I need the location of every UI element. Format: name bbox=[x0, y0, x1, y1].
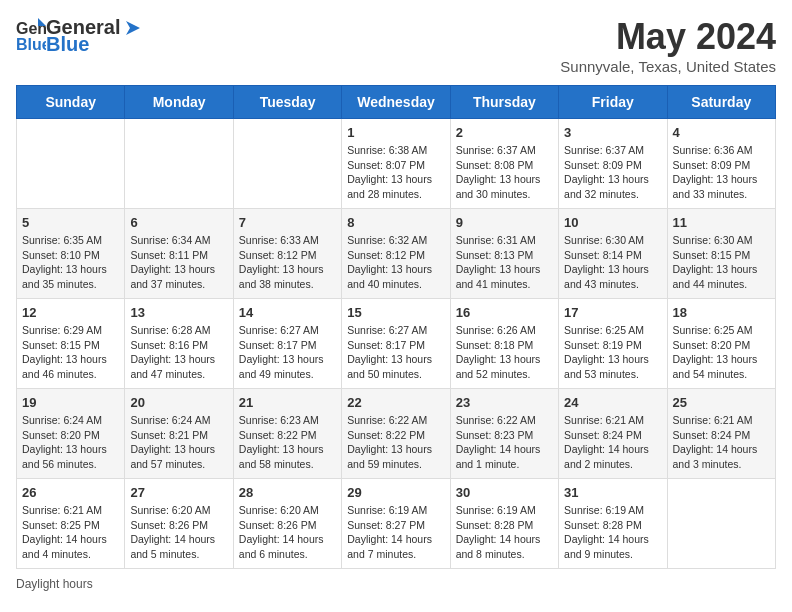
day-number: 10 bbox=[564, 215, 661, 230]
day-cell-0-0 bbox=[17, 119, 125, 209]
day-cell-4-1: 27Sunrise: 6:20 AM Sunset: 8:26 PM Dayli… bbox=[125, 479, 233, 569]
day-cell-1-3: 8Sunrise: 6:32 AM Sunset: 8:12 PM Daylig… bbox=[342, 209, 450, 299]
day-number: 11 bbox=[673, 215, 770, 230]
day-number: 18 bbox=[673, 305, 770, 320]
main-title: May 2024 bbox=[560, 16, 776, 58]
day-number: 30 bbox=[456, 485, 553, 500]
day-cell-1-1: 6Sunrise: 6:34 AM Sunset: 8:11 PM Daylig… bbox=[125, 209, 233, 299]
day-number: 1 bbox=[347, 125, 444, 140]
svg-text:Blue: Blue bbox=[16, 36, 46, 53]
day-cell-3-3: 22Sunrise: 6:22 AM Sunset: 8:22 PM Dayli… bbox=[342, 389, 450, 479]
day-number: 27 bbox=[130, 485, 227, 500]
day-info: Sunrise: 6:28 AM Sunset: 8:16 PM Dayligh… bbox=[130, 323, 227, 382]
day-cell-1-2: 7Sunrise: 6:33 AM Sunset: 8:12 PM Daylig… bbox=[233, 209, 341, 299]
col-tuesday: Tuesday bbox=[233, 86, 341, 119]
day-cell-3-1: 20Sunrise: 6:24 AM Sunset: 8:21 PM Dayli… bbox=[125, 389, 233, 479]
day-number: 29 bbox=[347, 485, 444, 500]
day-info: Sunrise: 6:25 AM Sunset: 8:19 PM Dayligh… bbox=[564, 323, 661, 382]
day-number: 17 bbox=[564, 305, 661, 320]
day-info: Sunrise: 6:34 AM Sunset: 8:11 PM Dayligh… bbox=[130, 233, 227, 292]
week-row-4: 26Sunrise: 6:21 AM Sunset: 8:25 PM Dayli… bbox=[17, 479, 776, 569]
subtitle: Sunnyvale, Texas, United States bbox=[560, 58, 776, 75]
day-number: 4 bbox=[673, 125, 770, 140]
day-number: 26 bbox=[22, 485, 119, 500]
day-cell-4-0: 26Sunrise: 6:21 AM Sunset: 8:25 PM Dayli… bbox=[17, 479, 125, 569]
day-number: 2 bbox=[456, 125, 553, 140]
day-cell-3-5: 24Sunrise: 6:21 AM Sunset: 8:24 PM Dayli… bbox=[559, 389, 667, 479]
day-cell-2-1: 13Sunrise: 6:28 AM Sunset: 8:16 PM Dayli… bbox=[125, 299, 233, 389]
day-info: Sunrise: 6:37 AM Sunset: 8:09 PM Dayligh… bbox=[564, 143, 661, 202]
day-info: Sunrise: 6:19 AM Sunset: 8:28 PM Dayligh… bbox=[564, 503, 661, 562]
day-number: 12 bbox=[22, 305, 119, 320]
day-cell-3-4: 23Sunrise: 6:22 AM Sunset: 8:23 PM Dayli… bbox=[450, 389, 558, 479]
col-sunday: Sunday bbox=[17, 86, 125, 119]
day-cell-0-2 bbox=[233, 119, 341, 209]
day-number: 8 bbox=[347, 215, 444, 230]
day-cell-3-0: 19Sunrise: 6:24 AM Sunset: 8:20 PM Dayli… bbox=[17, 389, 125, 479]
logo-stacked: General Blue bbox=[46, 16, 144, 56]
day-number: 19 bbox=[22, 395, 119, 410]
day-info: Sunrise: 6:23 AM Sunset: 8:22 PM Dayligh… bbox=[239, 413, 336, 472]
day-info: Sunrise: 6:29 AM Sunset: 8:15 PM Dayligh… bbox=[22, 323, 119, 382]
day-info: Sunrise: 6:25 AM Sunset: 8:20 PM Dayligh… bbox=[673, 323, 770, 382]
day-cell-4-4: 30Sunrise: 6:19 AM Sunset: 8:28 PM Dayli… bbox=[450, 479, 558, 569]
day-info: Sunrise: 6:24 AM Sunset: 8:21 PM Dayligh… bbox=[130, 413, 227, 472]
day-cell-4-6 bbox=[667, 479, 775, 569]
day-info: Sunrise: 6:21 AM Sunset: 8:25 PM Dayligh… bbox=[22, 503, 119, 562]
day-cell-1-6: 11Sunrise: 6:30 AM Sunset: 8:15 PM Dayli… bbox=[667, 209, 775, 299]
day-info: Sunrise: 6:35 AM Sunset: 8:10 PM Dayligh… bbox=[22, 233, 119, 292]
logo: General Blue bbox=[16, 16, 46, 60]
day-number: 13 bbox=[130, 305, 227, 320]
day-info: Sunrise: 6:27 AM Sunset: 8:17 PM Dayligh… bbox=[239, 323, 336, 382]
day-number: 24 bbox=[564, 395, 661, 410]
day-number: 21 bbox=[239, 395, 336, 410]
day-cell-1-4: 9Sunrise: 6:31 AM Sunset: 8:13 PM Daylig… bbox=[450, 209, 558, 299]
day-cell-2-6: 18Sunrise: 6:25 AM Sunset: 8:20 PM Dayli… bbox=[667, 299, 775, 389]
day-info: Sunrise: 6:32 AM Sunset: 8:12 PM Dayligh… bbox=[347, 233, 444, 292]
page-container: General Blue General Blue May 2024 Sunny… bbox=[16, 16, 776, 591]
col-thursday: Thursday bbox=[450, 86, 558, 119]
day-info: Sunrise: 6:30 AM Sunset: 8:15 PM Dayligh… bbox=[673, 233, 770, 292]
day-number: 3 bbox=[564, 125, 661, 140]
daylight-label: Daylight hours bbox=[16, 577, 93, 591]
day-info: Sunrise: 6:31 AM Sunset: 8:13 PM Dayligh… bbox=[456, 233, 553, 292]
day-cell-4-2: 28Sunrise: 6:20 AM Sunset: 8:26 PM Dayli… bbox=[233, 479, 341, 569]
col-monday: Monday bbox=[125, 86, 233, 119]
day-number: 28 bbox=[239, 485, 336, 500]
day-cell-4-3: 29Sunrise: 6:19 AM Sunset: 8:27 PM Dayli… bbox=[342, 479, 450, 569]
day-number: 9 bbox=[456, 215, 553, 230]
day-info: Sunrise: 6:26 AM Sunset: 8:18 PM Dayligh… bbox=[456, 323, 553, 382]
day-info: Sunrise: 6:21 AM Sunset: 8:24 PM Dayligh… bbox=[564, 413, 661, 472]
day-number: 5 bbox=[22, 215, 119, 230]
day-number: 15 bbox=[347, 305, 444, 320]
day-info: Sunrise: 6:19 AM Sunset: 8:27 PM Dayligh… bbox=[347, 503, 444, 562]
day-cell-3-2: 21Sunrise: 6:23 AM Sunset: 8:22 PM Dayli… bbox=[233, 389, 341, 479]
week-row-3: 19Sunrise: 6:24 AM Sunset: 8:20 PM Dayli… bbox=[17, 389, 776, 479]
day-cell-2-4: 16Sunrise: 6:26 AM Sunset: 8:18 PM Dayli… bbox=[450, 299, 558, 389]
day-number: 31 bbox=[564, 485, 661, 500]
day-cell-1-0: 5Sunrise: 6:35 AM Sunset: 8:10 PM Daylig… bbox=[17, 209, 125, 299]
day-info: Sunrise: 6:20 AM Sunset: 8:26 PM Dayligh… bbox=[130, 503, 227, 562]
day-number: 23 bbox=[456, 395, 553, 410]
week-row-2: 12Sunrise: 6:29 AM Sunset: 8:15 PM Dayli… bbox=[17, 299, 776, 389]
day-number: 14 bbox=[239, 305, 336, 320]
day-cell-0-5: 3Sunrise: 6:37 AM Sunset: 8:09 PM Daylig… bbox=[559, 119, 667, 209]
day-cell-0-1 bbox=[125, 119, 233, 209]
logo-arrow-icon bbox=[122, 17, 144, 39]
day-number: 7 bbox=[239, 215, 336, 230]
day-cell-2-2: 14Sunrise: 6:27 AM Sunset: 8:17 PM Dayli… bbox=[233, 299, 341, 389]
day-info: Sunrise: 6:36 AM Sunset: 8:09 PM Dayligh… bbox=[673, 143, 770, 202]
day-info: Sunrise: 6:37 AM Sunset: 8:08 PM Dayligh… bbox=[456, 143, 553, 202]
day-cell-3-6: 25Sunrise: 6:21 AM Sunset: 8:24 PM Dayli… bbox=[667, 389, 775, 479]
day-info: Sunrise: 6:33 AM Sunset: 8:12 PM Dayligh… bbox=[239, 233, 336, 292]
calendar-header-row: Sunday Monday Tuesday Wednesday Thursday… bbox=[17, 86, 776, 119]
logo-blue-text: Blue bbox=[46, 33, 89, 56]
day-cell-2-5: 17Sunrise: 6:25 AM Sunset: 8:19 PM Dayli… bbox=[559, 299, 667, 389]
col-friday: Friday bbox=[559, 86, 667, 119]
day-number: 16 bbox=[456, 305, 553, 320]
col-wednesday: Wednesday bbox=[342, 86, 450, 119]
day-info: Sunrise: 6:24 AM Sunset: 8:20 PM Dayligh… bbox=[22, 413, 119, 472]
day-number: 20 bbox=[130, 395, 227, 410]
day-cell-0-6: 4Sunrise: 6:36 AM Sunset: 8:09 PM Daylig… bbox=[667, 119, 775, 209]
day-cell-1-5: 10Sunrise: 6:30 AM Sunset: 8:14 PM Dayli… bbox=[559, 209, 667, 299]
